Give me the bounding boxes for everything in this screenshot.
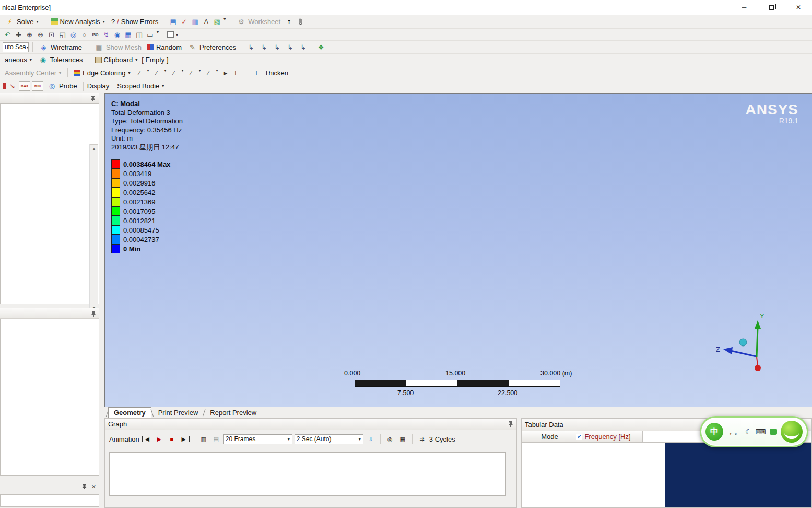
- tab-geometry[interactable]: Geometry: [108, 407, 151, 418]
- deformation-probe-icon[interactable]: ↳: [246, 42, 256, 52]
- play-button[interactable]: ▶: [154, 434, 164, 444]
- edge-coloring-dropdown[interactable]: Edge Coloring ▾: [72, 68, 133, 77]
- paperclip-icon[interactable]: [296, 17, 305, 27]
- edge-style-icon-dropdown[interactable]: ▾: [198, 68, 201, 78]
- assembly-center-dropdown[interactable]: Assembly Center ▾: [3, 68, 64, 77]
- look-at-icon[interactable]: ◉: [112, 30, 122, 40]
- comment-icon[interactable]: ▤: [168, 17, 178, 27]
- zoom-in-icon[interactable]: ⊕: [25, 30, 34, 40]
- ibeam-cursor-icon[interactable]: ɪ: [284, 17, 294, 27]
- wireframe-button[interactable]: ◈ Wireframe: [37, 42, 84, 53]
- edge-direction-icon[interactable]: ∕: [134, 68, 144, 78]
- beachball-icon[interactable]: ❖: [316, 42, 326, 52]
- ime-punctuation-button[interactable]: ，。: [727, 427, 742, 436]
- new-analysis-button[interactable]: New Analysis ▾: [49, 17, 108, 26]
- random-colors-button[interactable]: Random: [145, 43, 184, 52]
- solve-dropdown-icon[interactable]: ▾: [36, 19, 39, 24]
- section-box-icon[interactable]: [167, 31, 174, 38]
- grid-icon[interactable]: ▦: [397, 434, 408, 444]
- distributed-icon[interactable]: ▤: [211, 434, 221, 444]
- box-zoom-icon[interactable]: ⊡: [46, 30, 56, 40]
- frames-combo[interactable]: 20 Frames ▾: [223, 434, 292, 444]
- iso-view-icon[interactable]: ISO: [90, 30, 100, 40]
- skip-to-end-button[interactable]: ▶: [179, 436, 190, 442]
- previous-view-icon[interactable]: ↶: [3, 30, 13, 40]
- scroll-up-button[interactable]: ▲: [90, 144, 98, 153]
- zoom-out-icon[interactable]: ⊖: [36, 30, 45, 40]
- miscellaneous-dropdown[interactable]: aneous ▾: [3, 55, 34, 64]
- triad-x-ball[interactable]: [755, 365, 761, 371]
- tree-scrollbar[interactable]: ▲ ▼: [89, 144, 98, 313]
- worksheet-button[interactable]: ⚙ Worksheet: [234, 16, 283, 27]
- graphics-viewport[interactable]: C: Modal Total Deformation 3 Type: Total…: [104, 93, 812, 407]
- manage-views-icon[interactable]: ▦: [123, 30, 133, 40]
- close-icon[interactable]: ✕: [91, 483, 96, 490]
- solve-button[interactable]: ⚡ Solve ▾: [3, 16, 41, 27]
- section-plane-icon-dropdown[interactable]: ▾: [156, 30, 159, 40]
- ime-logo-icon[interactable]: [781, 421, 803, 443]
- details-pane[interactable]: [0, 319, 99, 476]
- skin-icon[interactable]: [770, 429, 777, 435]
- image-capture-icon[interactable]: ▧: [212, 17, 222, 27]
- edge-thick-icon-dropdown[interactable]: ▾: [163, 68, 167, 78]
- section-box-dropdown-icon[interactable]: ▾: [175, 32, 179, 37]
- show-mesh-button[interactable]: ▦ Show Mesh: [92, 42, 144, 53]
- mode-column-header[interactable]: Mode: [535, 431, 564, 443]
- stress-probe-icon[interactable]: ↳: [272, 42, 282, 52]
- min-annotation-button[interactable]: MIN: [32, 81, 43, 91]
- frequency-checkbox[interactable]: ✔: [576, 434, 582, 440]
- restore-button[interactable]: [758, 0, 785, 15]
- magnifier-window-icon[interactable]: ◎: [68, 30, 78, 40]
- tolerances-button[interactable]: ◉ Tolerances: [36, 54, 85, 65]
- strain-probe-icon[interactable]: ↳: [259, 42, 269, 52]
- preferences-button[interactable]: ✎ Preferences: [185, 42, 238, 53]
- tab-report-preview[interactable]: Report Preview: [205, 408, 262, 418]
- edge-option-icon-dropdown[interactable]: ▾: [215, 68, 218, 78]
- probe-button[interactable]: ◎ Probe: [45, 80, 79, 91]
- stop-button[interactable]: ■: [167, 434, 177, 444]
- zoom-graph-icon[interactable]: ◎: [385, 434, 395, 444]
- pointer-icon[interactable]: ▸: [220, 68, 230, 78]
- image-capture-icon-dropdown[interactable]: ▾: [223, 17, 226, 27]
- close-button[interactable]: ✕: [785, 0, 812, 15]
- export-video-icon[interactable]: ⇩: [366, 434, 376, 444]
- width-icon[interactable]: ⊢: [232, 68, 242, 78]
- thicken-button[interactable]: ⊦ Thicken: [250, 67, 290, 78]
- clipboard-dropdown[interactable]: Clipboard ▾: [93, 55, 140, 64]
- edge-style-icon[interactable]: ∕: [186, 68, 196, 78]
- edge-thick-icon[interactable]: ∕: [151, 68, 161, 78]
- pan-icon[interactable]: ✚: [14, 30, 23, 40]
- keyboard-icon[interactable]: ⌨: [756, 428, 766, 436]
- skip-to-start-button[interactable]: ◀: [142, 436, 152, 442]
- label-icon[interactable]: A: [201, 17, 211, 27]
- pin-icon[interactable]: [91, 310, 96, 318]
- report-icon[interactable]: ▥: [190, 17, 200, 27]
- edge-color-mode-icon[interactable]: ∕: [169, 68, 179, 78]
- zoom-to-fit-icon[interactable]: ◱: [57, 30, 67, 40]
- outline-tree[interactable]: ▲ ▼: [0, 103, 99, 304]
- probe-arrow-icon[interactable]: ↘: [7, 81, 17, 91]
- tab-print-preview[interactable]: Print Preview: [153, 408, 204, 418]
- scale-factor-combo[interactable]: uto Sca ▾: [3, 42, 29, 52]
- scoped-bodies-dropdown[interactable]: Scoped Bodie ▾: [115, 82, 167, 90]
- corner-header-cell[interactable]: [522, 431, 535, 443]
- force-probe-icon[interactable]: ↳: [285, 42, 295, 52]
- section-plane-icon[interactable]: ▭: [145, 30, 155, 40]
- orientation-triad[interactable]: Y Z: [705, 310, 773, 378]
- moment-probe-icon[interactable]: ↳: [298, 42, 308, 52]
- new-analysis-dropdown-icon[interactable]: ▾: [102, 19, 105, 24]
- edge-direction-icon-dropdown[interactable]: ▾: [146, 68, 149, 78]
- edge-color-mode-icon-dropdown[interactable]: ▾: [181, 68, 184, 78]
- viewports-icon[interactable]: ◫: [134, 30, 144, 40]
- duration-combo[interactable]: 2 Sec (Auto) ▾: [295, 434, 363, 444]
- max-annotation-button[interactable]: MAX: [19, 81, 30, 91]
- frequency-column-header[interactable]: ✔ Frequency [Hz]: [564, 431, 643, 443]
- rescale-annotation-icon[interactable]: ↯: [101, 30, 111, 40]
- edge-option-icon[interactable]: ∕: [203, 68, 213, 78]
- cycles-icon[interactable]: ⇉: [417, 434, 427, 444]
- moon-icon[interactable]: ☾: [745, 428, 752, 436]
- select-circle-icon[interactable]: ○: [79, 30, 89, 40]
- show-errors-button[interactable]: ?/ Show Errors: [109, 17, 160, 26]
- triad-origin-ball[interactable]: [739, 339, 747, 346]
- minimize-button[interactable]: ─: [731, 0, 758, 15]
